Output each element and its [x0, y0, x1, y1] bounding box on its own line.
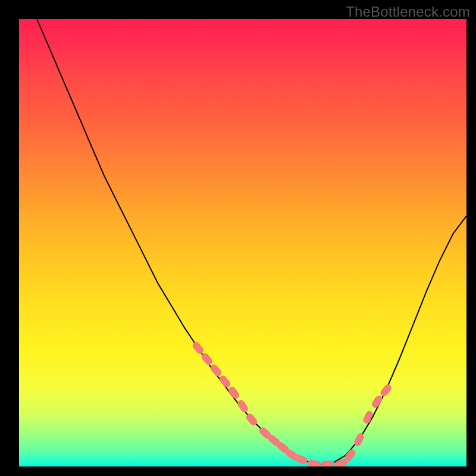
- marker-pill: [236, 399, 249, 414]
- chart-stage: TheBottleneck.com: [0, 0, 476, 476]
- marker-pill: [191, 340, 205, 355]
- marker-pill: [371, 394, 384, 409]
- marker-pill: [218, 374, 231, 389]
- plot-area: [19, 19, 466, 466]
- marker-pill: [227, 385, 241, 400]
- marker-pill: [321, 461, 334, 466]
- watermark-text: TheBottleneck.com: [346, 4, 470, 20]
- marker-pill: [209, 363, 223, 378]
- marker-group: [191, 340, 393, 466]
- marker-pill: [379, 383, 393, 398]
- bottleneck-curve: [37, 19, 466, 465]
- marker-pill: [307, 459, 321, 466]
- curve-layer: [19, 19, 466, 466]
